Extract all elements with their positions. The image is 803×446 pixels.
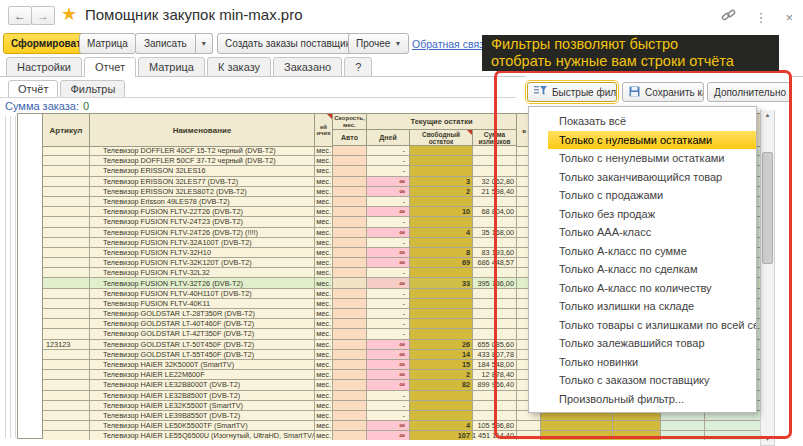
current-stock-group-header[interactable]: Текущие остатки [367,114,517,130]
filter-menu-item[interactable]: Только с заказом поставщику [529,371,756,390]
cell-period: мес. [315,217,333,227]
cell-period: мес. [315,177,333,187]
cell-artikul: 123123 [43,340,90,350]
cell-hidden-green [661,431,705,440]
cell-auto [333,187,367,197]
main-tab[interactable]: К заказу [207,57,271,77]
cell-surplus-sum: 32 062,80 [473,177,517,187]
tooltip-line1: Фильтры позволяют быстро [491,36,770,53]
vertical-scrollbar[interactable]: ▲ ▼ [760,107,775,446]
cell-name: Телевизор HAIER LE32B8500T (DVB-T2) [90,391,315,401]
feedback-link[interactable]: Обратная связь [412,38,489,50]
cell-free-stock: 33 [410,278,473,288]
days-header[interactable]: Дней [367,130,410,146]
column-header-name[interactable]: Наименование [90,114,315,147]
cell-name: Телевизор ERISSON 32LES16 [90,166,315,176]
save-as-button[interactable]: Сохранить как... [622,82,704,102]
save-dropdown-button[interactable]: ▼ [196,33,213,54]
cell-days: ∞ [367,228,410,238]
cell-period: мес. [315,431,333,440]
filter-menu-item[interactable]: Только с нулевыми остатками [548,131,756,150]
main-tab[interactable]: Отчет [84,57,136,77]
link-icon[interactable] [721,8,736,26]
cell-surplus-sum [473,156,517,166]
cell-surplus-sum: 68 804,00 [473,207,517,217]
filter-menu-item[interactable]: Только с продажами [529,186,756,205]
save-button[interactable]: Записать [135,33,196,54]
cell-name: Телевизор HAIER LE32B8000T (DVB-T2) [90,380,315,390]
main-tab[interactable]: Матрица [138,57,205,77]
cell-surplus-sum [473,146,517,156]
cell-name: Телевизор FUSION FLTV-40H110T (DVB-T2) [90,289,315,299]
cell-artikul [43,207,90,217]
cell-days: - [367,289,410,299]
main-tab[interactable]: Настройки [6,57,82,77]
cell-auto [333,309,367,319]
speed-header[interactable]: Скорость, мес. [333,114,367,130]
filter-menu-item[interactable]: Только А-класс по сумме [529,242,756,261]
annotation-tooltip: Фильтры позволяют быстро отобрать нужные… [482,35,779,71]
main-tab[interactable]: ? [344,57,372,77]
additional-label: Дополнительно [714,87,786,98]
filter-menu-item[interactable]: Только залежавшийся товар [529,334,756,353]
cell-surplus-sum: 35 168,00 [473,228,517,238]
filter-menu-item[interactable]: Только без продаж [529,205,756,224]
cell-free-stock [410,156,473,166]
nav-back-button[interactable]: ← [8,6,32,25]
cell-auto [333,421,367,431]
cell-surplus-sum: 21 598,40 [473,187,517,197]
surplus-sum-header[interactable]: Сумма излишков [473,130,517,146]
more-menu-icon[interactable]: ⋮ [754,11,767,24]
sub-tab[interactable]: Отчёт [8,80,58,98]
cell-artikul [43,431,90,440]
free-stock-header[interactable]: Свободный остаток [410,130,473,146]
table-row[interactable]: Телевизор HAIER LE50K5500TF (SmartTV)мес… [43,421,762,431]
scrollbar-thumb[interactable] [762,152,773,264]
filter-menu-item[interactable]: Только излишки на складе [529,297,756,316]
cell-name: Телевизор HAIER 32K5000T (SmartTV) [90,360,315,370]
additional-button[interactable]: Дополнительно ▼ [707,82,791,102]
filter-menu-item[interactable]: Только А-класс по сделкам [529,260,756,279]
cell-days: ∞ [367,431,410,440]
cell-auto [333,299,367,309]
sub-tab[interactable]: Фильтры [60,80,125,98]
filter-menu-item[interactable]: Только ААА-класс [529,223,756,242]
filter-menu-item[interactable]: Только А-класс по количеству [529,279,756,298]
cell-period: мес. [315,319,333,329]
scroll-down-button[interactable]: ▼ [761,432,774,445]
nav-forward-button[interactable]: → [31,6,55,25]
auto-header[interactable]: Авто [333,130,367,146]
cell-artikul [43,421,90,431]
quick-filters-button[interactable]: Быстрые фильтры [527,82,617,102]
column-header-artikul[interactable]: Артикул [43,114,90,147]
column-header-period[interactable]: ей ичих [315,114,333,147]
cell-name: Телевизор HAIER LE22M600F [90,370,315,380]
cell-free-stock: 82 [410,380,473,390]
filter-menu-item[interactable]: Показать всё [529,112,756,131]
filter-menu-item[interactable]: Произвольный фильтр... [529,390,756,409]
favorite-star-icon[interactable]: ★ [61,3,77,25]
cell-name: Телевизор FUSION FLTV-24T26 (DVB-T2) (!!… [90,228,315,238]
cell-artikul [43,187,90,197]
cell-artikul [43,319,90,329]
more-button[interactable]: Прочее ▼ [348,33,409,54]
cell-artikul [43,370,90,380]
matrix-button[interactable]: Матрица [79,33,136,54]
cell-surplus-sum [473,309,517,319]
filter-menu-item[interactable]: Только с ненулевыми остатками [529,149,756,168]
cell-free-stock [410,309,473,319]
table-row[interactable]: Телевизор HAIER LE55Q6500U (Изогнутый, U… [43,431,762,440]
cell-period: мес. [315,248,333,258]
filter-menu-item[interactable]: Только заканчивающийся товар [529,168,756,187]
tree-gutter-line [15,116,16,438]
cell-artikul [43,380,90,390]
filter-menu-item[interactable]: Только товары с излишками по всей сети [529,316,756,335]
filter-menu-item[interactable]: Только новинки [529,353,756,372]
cell-surplus-sum [473,401,517,411]
cell-period: мес. [315,289,333,299]
main-tab[interactable]: Заказано [273,57,342,77]
cell-surplus-sum [473,329,517,339]
app-window: ← → ★ Помощник закупок min-max.pro ⋮ × С… [0,0,803,446]
close-icon[interactable]: × [785,11,793,24]
cell-name: Телевизор ERISSON 32LES77 (DVB-T2) [90,177,315,187]
